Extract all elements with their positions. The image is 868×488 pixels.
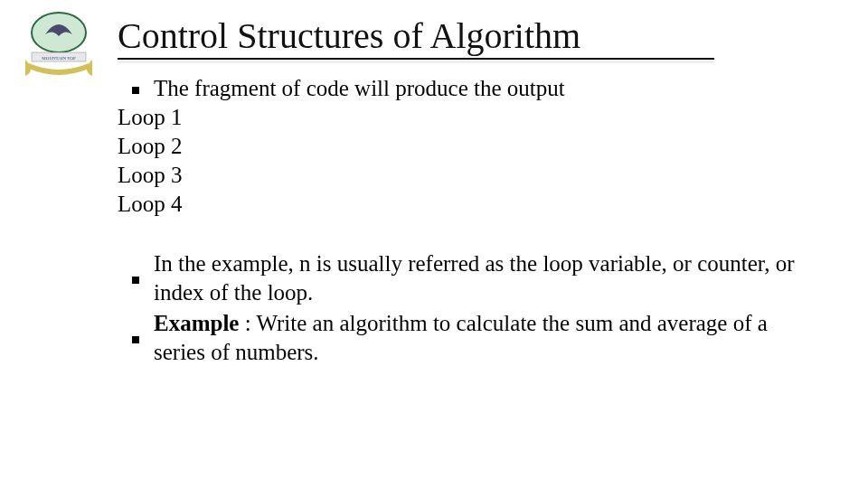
example-text: : Write an algorithm to calculate the su… — [154, 311, 768, 364]
bullet-text: The fragment of code will produce the ou… — [154, 74, 823, 103]
university-logo: MOUNTAIN TOP — [18, 5, 99, 78]
slide-title: Control Structures of Algorithm — [118, 14, 580, 57]
bullet-text: In the example, n is usually referred as… — [154, 249, 823, 307]
title-underline — [118, 58, 714, 63]
svg-text:MOUNTAIN TOP: MOUNTAIN TOP — [42, 56, 76, 61]
square-bullet-icon — [118, 309, 154, 367]
bullet-item: In the example, n is usually referred as… — [118, 249, 823, 307]
bullet-item: Example : Write an algorithm to calculat… — [118, 309, 823, 367]
output-line: Loop 2 — [118, 132, 823, 161]
output-line: Loop 1 — [118, 103, 823, 132]
output-line: Loop 3 — [118, 161, 823, 190]
bullet-text: Example : Write an algorithm to calculat… — [154, 309, 823, 367]
example-label: Example — [154, 311, 239, 335]
square-bullet-icon — [118, 249, 154, 307]
slide-body: The fragment of code will produce the ou… — [118, 74, 823, 369]
output-line: Loop 4 — [118, 190, 823, 219]
square-bullet-icon — [118, 74, 154, 103]
bullet-item: The fragment of code will produce the ou… — [118, 74, 823, 103]
